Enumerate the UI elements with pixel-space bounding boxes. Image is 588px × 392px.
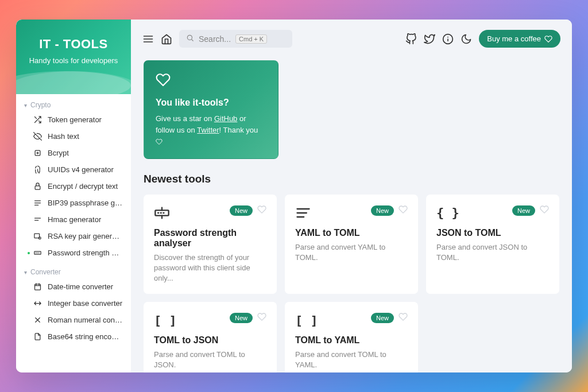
sidebar-item-label: Date-time converter [48, 282, 113, 291]
active-indicator-icon [28, 252, 30, 254]
card-title: Password strength analyser [154, 228, 266, 249]
lock-icon [33, 182, 42, 191]
sidebar-item-label: UUIDs v4 generator [48, 165, 114, 174]
svg-point-4 [38, 237, 41, 239]
sidebar-item-encrypt[interactable]: Encrypt / decrypt text [16, 178, 131, 195]
favorite-button[interactable] [399, 205, 408, 216]
sidebar-item-password-strength[interactable]: Password strength ana... [16, 244, 131, 261]
sidebar-item-integer-base[interactable]: Integer base converter [16, 295, 131, 312]
list-short-icon [33, 215, 42, 224]
search-input[interactable]: Search... Cmd + K [179, 30, 292, 48]
tool-card-password-strength[interactable]: New Password strength analyser Discover … [144, 195, 277, 294]
chevron-down-icon: ▾ [24, 102, 27, 108]
sidebar-item-hash-text[interactable]: Hash text [16, 128, 131, 145]
category-crypto[interactable]: ▾Crypto [16, 94, 131, 111]
tool-card-json-toml[interactable]: { }New JSON to TOML Parse and convert JS… [426, 195, 559, 294]
sidebar-item-label: Bcrypt [48, 149, 69, 157]
new-badge: New [230, 205, 253, 216]
new-badge: New [230, 313, 253, 323]
buy-coffee-button[interactable]: Buy me a coffee [479, 30, 560, 48]
sidebar-item-label: Roman numeral conver... [48, 316, 123, 324]
card-description: Parse and convert TOML to JSON. [154, 350, 266, 370]
sidebar-item-label: Hmac generator [48, 215, 101, 224]
tools-grid: New Password strength analyser Discover … [144, 195, 559, 373]
fingerprint-icon [33, 165, 42, 174]
menu-button[interactable] [142, 33, 154, 45]
sidebar-item-datetime[interactable]: Date-time converter [16, 278, 131, 295]
svg-point-1 [37, 152, 38, 154]
app-subtitle: Handy tools for developers [16, 56, 131, 65]
card-title: YAML to TOML [295, 228, 408, 238]
category-converter[interactable]: ▾Converter [16, 261, 131, 278]
card-title: JSON to TOML [436, 228, 549, 238]
sidebar-item-rsa[interactable]: RSA key pair generator [16, 228, 131, 244]
favorite-button[interactable] [399, 312, 408, 324]
favorite-button[interactable] [257, 205, 266, 216]
chevron-down-icon: ▾ [24, 269, 27, 275]
github-link[interactable]: GitHub [214, 114, 237, 123]
sidebar-item-label: Hash text [48, 132, 79, 141]
eye-off-icon [33, 132, 42, 141]
tool-card-toml-json[interactable]: [ ]New TOML to JSON Parse and convert TO… [144, 302, 277, 372]
section-title: Newest tools [144, 173, 559, 185]
heart-icon [156, 72, 266, 90]
sidebar-item-label: Encrypt / decrypt text [48, 182, 118, 191]
card-description: Parse and convert YAML to TOML. [295, 242, 408, 263]
sidebar-item-roman[interactable]: Roman numeral conver... [16, 312, 131, 328]
info-button[interactable] [442, 33, 454, 45]
braces-icon: { } [436, 205, 459, 221]
sidebar-body: ▾Crypto Token generator Hash text Bcrypt… [16, 94, 131, 372]
home-button[interactable] [161, 33, 172, 45]
sidebar-item-label: Integer base converter [48, 299, 122, 308]
content: You like it-tools? Give us a star on Git… [131, 53, 572, 372]
new-badge: New [371, 205, 394, 216]
favorite-button[interactable] [257, 312, 266, 324]
brackets-icon: [ ] [154, 312, 177, 328]
promo-card: You like it-tools? Give us a star on Git… [144, 60, 278, 159]
tool-card-toml-yaml[interactable]: [ ]New TOML to YAML Parse and convert TO… [285, 302, 418, 372]
form-icon [154, 205, 170, 221]
card-title: TOML to YAML [295, 335, 408, 346]
card-description: Parse and convert JSON to TOML. [436, 242, 549, 263]
new-badge: New [371, 313, 394, 323]
svg-rect-2 [35, 186, 40, 189]
theme-toggle-button[interactable] [461, 33, 472, 45]
github-button[interactable] [405, 33, 417, 45]
topbar: Search... Cmd + K Buy me a coffee [131, 20, 572, 53]
sidebar-item-bip39[interactable]: BIP39 passphrase gen... [16, 195, 131, 211]
coffee-label: Buy me a coffee [487, 34, 541, 43]
category-label: Crypto [30, 101, 51, 109]
favorite-button[interactable] [540, 205, 549, 216]
twitter-button[interactable] [424, 33, 435, 45]
card-description: Discover the strength of your password w… [154, 253, 266, 284]
topbar-actions: Buy me a coffee [405, 30, 560, 48]
search-placeholder: Search... [199, 34, 231, 44]
sidebar-item-token-generator[interactable]: Token generator [16, 111, 131, 128]
list-icon [33, 199, 42, 207]
sidebar-item-label: BIP39 passphrase gen... [48, 199, 123, 207]
shuffle-icon [33, 115, 42, 124]
swap-icon [33, 299, 42, 308]
align-left-icon [295, 205, 311, 221]
file-icon [33, 332, 42, 341]
sidebar-item-label: Base64 string encoder... [48, 332, 123, 341]
brackets-icon: [ ] [295, 312, 318, 328]
svg-rect-0 [35, 150, 40, 156]
app-window: IT - TOOLS Handy tools for developers ▾C… [16, 20, 572, 372]
tool-card-yaml-toml[interactable]: New YAML to TOML Parse and convert YAML … [285, 195, 418, 294]
sidebar-item-base64[interactable]: Base64 string encoder... [16, 328, 131, 345]
x-icon [33, 316, 42, 324]
sidebar-item-label: Password strength ana... [48, 249, 123, 257]
sidebar-item-hmac[interactable]: Hmac generator [16, 211, 131, 228]
search-icon [186, 34, 194, 44]
svg-rect-6 [35, 284, 41, 290]
card-title: TOML to JSON [154, 335, 266, 346]
sidebar-item-label: RSA key pair generator [48, 232, 123, 240]
calendar-icon [33, 282, 42, 291]
twitter-link[interactable]: Twitter [197, 126, 219, 134]
form-icon [33, 249, 42, 257]
sidebar-item-uuid[interactable]: UUIDs v4 generator [16, 161, 131, 178]
sidebar-item-label: Token generator [48, 115, 102, 124]
sidebar-item-bcrypt[interactable]: Bcrypt [16, 145, 131, 161]
certificate-icon [33, 232, 42, 240]
